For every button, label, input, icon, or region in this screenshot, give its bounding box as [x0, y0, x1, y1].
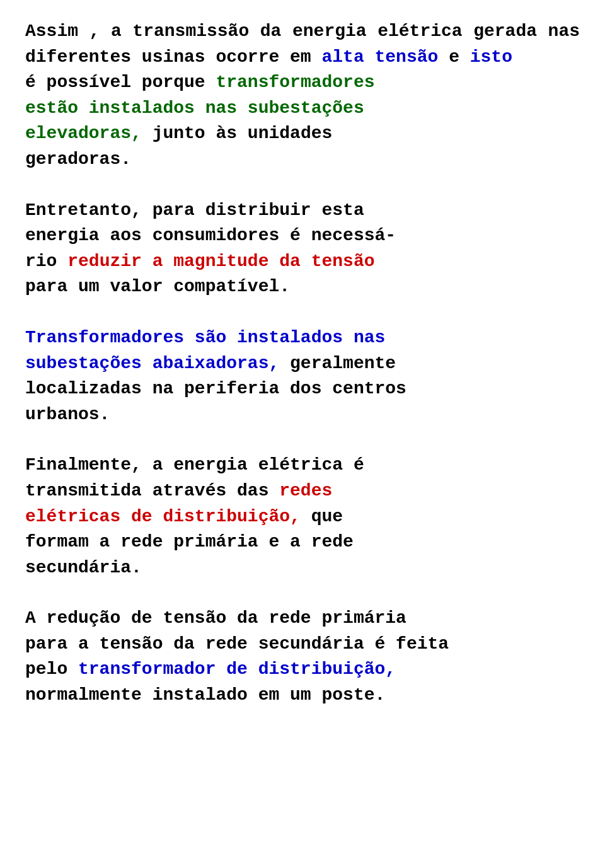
- paragraph-3: Transformadores são instalados nassubest…: [25, 325, 580, 427]
- main-content: Assim , a transmissão da energia elétric…: [25, 19, 580, 709]
- text-segment-4-2: normalmente instalado em um poste.: [25, 685, 385, 705]
- text-segment-0-3: isto: [470, 47, 512, 67]
- text-segment-1-1: reduzir a magnitude da tensão: [67, 252, 374, 271]
- paragraph-5: A redução de tensão da rede primáriapara…: [25, 606, 580, 708]
- text-segment-4-1: transformador de distribuição,: [78, 659, 396, 679]
- paragraph-1: Assim , a transmissão da energia elétric…: [25, 19, 580, 173]
- paragraph-4: Finalmente, a energia elétrica étransmit…: [25, 453, 580, 581]
- text-segment-0-4: é possível porque: [25, 72, 216, 92]
- paragraphs-container: Assim , a transmissão da energia elétric…: [25, 19, 580, 709]
- text-segment-0-1: alta tensão: [321, 47, 438, 67]
- paragraph-2: Entretanto, para distribuir estaenergia …: [25, 198, 580, 300]
- text-segment-1-2: para um valor compatível.: [25, 277, 290, 296]
- text-segment-0-2: e: [438, 47, 470, 67]
